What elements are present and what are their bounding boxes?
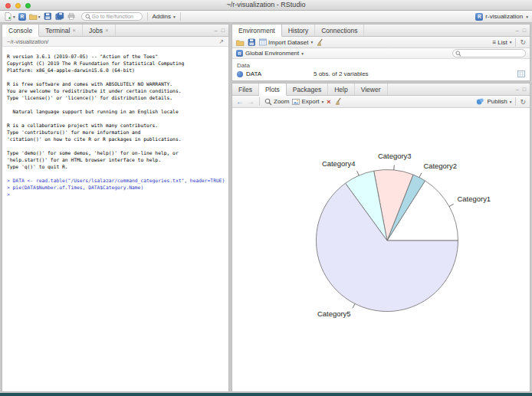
search-icon <box>85 14 90 20</box>
pie-chart: Category1Category2Category3Category4Cate… <box>232 108 530 391</box>
maximize-panel-icon[interactable]: □ <box>523 87 526 92</box>
environment-view-mode[interactable]: ≡ List ▾ <box>493 39 512 46</box>
tab-packages[interactable]: Packages <box>287 83 328 95</box>
maximize-panel-icon[interactable]: □ <box>222 28 225 33</box>
tab-jobs[interactable]: Jobs× <box>83 25 116 36</box>
table-icon <box>259 38 267 46</box>
chevron-down-icon: ▾ <box>510 40 512 44</box>
save-workspace-button[interactable] <box>248 38 256 47</box>
open-folder-icon <box>236 38 245 47</box>
environment-scope-dropdown[interactable]: Global Environment ▾ <box>245 50 304 57</box>
chevron-down-icon: ▾ <box>38 15 41 19</box>
plots-tabbar: Files Plots Packages Help Viewer – □ <box>232 83 530 96</box>
environment-search-input[interactable] <box>462 51 523 56</box>
previous-plot-button[interactable]: ← <box>236 98 244 106</box>
tab-label: Environment <box>238 27 275 34</box>
toolbar-divider <box>147 12 148 21</box>
load-workspace-button[interactable] <box>236 38 245 47</box>
tab-files[interactable]: Files <box>232 83 259 95</box>
console-line: You are welcome to redistribute it under… <box>7 87 228 94</box>
tab-help[interactable]: Help <box>328 83 354 95</box>
toolbar-divider <box>515 38 516 47</box>
tab-label: Files <box>238 86 252 93</box>
remove-plot-button[interactable]: × <box>327 98 330 106</box>
plot-area: Category1Category2Category3Category4Cate… <box>232 108 530 391</box>
tab-label: Packages <box>293 86 321 93</box>
close-icon[interactable]: × <box>105 27 109 34</box>
pie-label-tick <box>449 204 454 206</box>
window-title: ~/r-visualization - RStudio <box>0 0 532 10</box>
next-plot-button[interactable]: → <box>247 98 255 106</box>
project-cube-icon: R <box>18 13 26 21</box>
goto-file-search[interactable] <box>81 12 143 21</box>
panel-window-buttons: – □ <box>516 83 530 95</box>
clear-all-plots-button[interactable] <box>334 97 343 106</box>
main-toolbar: ▾ R ▾ Addins ▾ R r-visualization ▾ <box>0 11 532 23</box>
tab-label: Connections <box>321 27 357 34</box>
clear-environment-button[interactable] <box>316 38 324 47</box>
tab-history[interactable]: History <box>282 25 315 36</box>
tab-viewer[interactable]: Viewer <box>355 83 388 95</box>
pie-slice-label: Category5 <box>317 309 351 318</box>
view-data-icon[interactable] <box>517 70 525 77</box>
tab-label: Viewer <box>361 86 381 93</box>
maximize-panel-icon[interactable]: □ <box>523 28 526 33</box>
zoom-button[interactable]: Zoom <box>264 98 289 106</box>
pie-slice-label: Category1 <box>458 195 491 203</box>
console-output[interactable]: R version 3.6.1 (2019-07-05) -- "Action … <box>2 47 228 391</box>
broom-icon <box>334 97 343 106</box>
console-line: > DATA <- read.table("/Users/lsalazar/co… <box>7 177 228 184</box>
panel-window-buttons: – □ <box>516 25 530 36</box>
environment-search[interactable] <box>452 49 526 57</box>
refresh-plot-icon[interactable]: ↻ <box>520 98 526 106</box>
window-controls <box>5 3 31 8</box>
save-all-button[interactable] <box>55 11 64 21</box>
new-project-button[interactable]: R <box>18 11 26 21</box>
addins-menu[interactable]: Addins ▾ <box>153 13 176 20</box>
chevron-down-icon: ▾ <box>310 40 313 44</box>
addins-label: Addins <box>153 13 171 20</box>
object-name: DATA <box>246 70 310 77</box>
toolbar-divider <box>515 97 516 106</box>
tab-label: Help <box>334 86 347 93</box>
minimize-panel-icon[interactable]: – <box>516 87 519 92</box>
tab-plots[interactable]: Plots <box>259 83 287 96</box>
tab-label: Plots <box>265 86 280 93</box>
minimize-window-button[interactable] <box>15 3 21 8</box>
dataframe-icon <box>237 71 243 77</box>
console-line: R is a collaborative project with many c… <box>7 122 228 129</box>
console-line: > pie(DATA$Number.of.Times, DATA$Categor… <box>7 184 228 191</box>
pie-slice-label: Category2 <box>423 162 457 170</box>
import-dataset-button[interactable]: Import Dataset ▾ <box>259 38 313 46</box>
chevron-down-icon: ▾ <box>510 100 512 104</box>
project-switcher[interactable]: R r-visualization ▾ <box>475 13 528 21</box>
close-icon[interactable]: × <box>72 27 76 34</box>
tab-environment[interactable]: Environment <box>232 25 282 37</box>
tab-connections[interactable]: Connections <box>315 25 364 36</box>
fullscreen-window-button[interactable] <box>25 3 31 8</box>
pie-label-tick <box>394 165 395 169</box>
console-line: Type 'demo()' for some demos, 'help()' f… <box>7 149 228 156</box>
zoom-label: Zoom <box>274 98 289 105</box>
minimize-panel-icon[interactable]: – <box>516 28 519 33</box>
refresh-environment-icon[interactable]: ↻ <box>520 38 526 46</box>
console-line <box>7 115 228 122</box>
open-file-button[interactable]: ▾ <box>29 11 41 21</box>
image-icon <box>292 98 300 106</box>
save-button[interactable] <box>44 11 52 21</box>
tab-terminal[interactable]: Terminal× <box>39 25 83 36</box>
open-directory-icon[interactable]: ↗ <box>218 38 224 45</box>
save-icon <box>44 12 52 21</box>
console-line: 'citation()' on how to cite R or R packa… <box>7 136 228 142</box>
new-file-button[interactable]: ▾ <box>4 11 15 21</box>
minimize-panel-icon[interactable]: – <box>215 28 218 33</box>
publish-button[interactable]: Publish ▾ <box>487 98 511 105</box>
environment-object-row[interactable]: DATA 5 obs. of 2 variables <box>232 70 530 78</box>
tab-console[interactable]: Console <box>2 25 39 37</box>
close-window-button[interactable] <box>5 3 11 8</box>
export-button[interactable]: Export ▾ <box>292 98 323 106</box>
print-button[interactable] <box>67 11 76 21</box>
goto-file-input[interactable] <box>92 14 139 19</box>
chevron-down-icon: ▾ <box>13 15 15 19</box>
tab-label: History <box>288 27 308 34</box>
